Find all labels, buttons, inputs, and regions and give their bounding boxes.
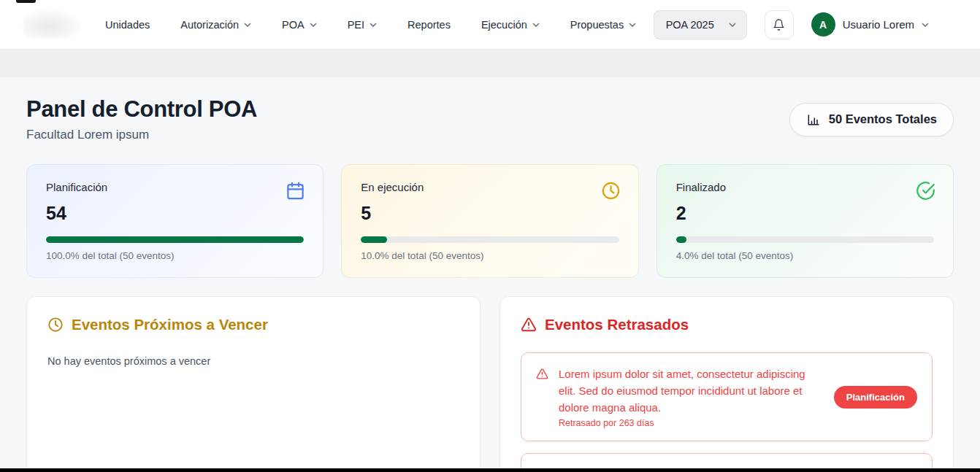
status-badge[interactable]: Planificación bbox=[834, 386, 917, 409]
chevron-down-icon bbox=[532, 23, 540, 27]
top-nav-bar: Unidades Autorización POA PEI Reportes E… bbox=[0, 0, 980, 50]
chevron-down-icon bbox=[310, 23, 317, 27]
stat-label: En ejecución bbox=[361, 181, 619, 193]
delayed-events-panel: Eventos Retrasados Lorem ipsum dolor sit… bbox=[499, 296, 954, 472]
progress-bar bbox=[361, 236, 619, 243]
nav-item-unidades[interactable]: Unidades bbox=[105, 19, 150, 31]
page-title-block: Panel de Control POA Facultad Lorem ipsu… bbox=[26, 96, 257, 142]
clock-icon bbox=[601, 181, 621, 201]
chevron-down-icon bbox=[244, 23, 251, 27]
upcoming-events-panel: Eventos Próximos a Vencer No hay eventos… bbox=[26, 296, 481, 472]
stat-card-finalizado: Finalizado 2 4.0% del total (50 eventos) bbox=[656, 164, 954, 278]
main-content: Panel de Control POA Facultad Lorem ipsu… bbox=[0, 77, 980, 472]
nav-item-autorizacion[interactable]: Autorización bbox=[180, 19, 251, 31]
clock-icon bbox=[47, 317, 64, 333]
calendar-icon bbox=[286, 181, 305, 201]
user-name: Usuario Lorem bbox=[843, 18, 914, 31]
progress-fill bbox=[46, 236, 304, 243]
nav-item-pei[interactable]: PEI bbox=[348, 19, 377, 31]
delayed-event-item[interactable]: Lorem ipsum dolor sit amet, consectetur … bbox=[521, 352, 933, 441]
nav-item-poa[interactable]: POA bbox=[282, 19, 317, 31]
page-subtitle: Facultad Lorem ipsum bbox=[26, 128, 257, 142]
delayed-event-description: Lorem ipsum dolor sit amet, consectetur … bbox=[559, 365, 824, 416]
progress-fill bbox=[361, 236, 386, 243]
poa-year-value: POA 2025 bbox=[666, 19, 714, 31]
stat-caption: 10.0% del total (50 eventos) bbox=[361, 250, 619, 261]
browser-notch bbox=[16, 0, 36, 3]
panels-row: Eventos Próximos a Vencer No hay eventos… bbox=[20, 296, 960, 472]
upcoming-events-title: Eventos Próximos a Vencer bbox=[47, 316, 459, 333]
notifications-button[interactable] bbox=[765, 10, 794, 39]
warning-triangle-icon bbox=[521, 317, 537, 333]
warning-triangle-icon bbox=[536, 368, 548, 383]
nav-item-reportes[interactable]: Reportes bbox=[407, 19, 451, 31]
avatar: A bbox=[811, 12, 835, 36]
stat-caption: 100.0% del total (50 eventos) bbox=[46, 250, 304, 261]
page-header: Panel de Control POA Facultad Lorem ipsu… bbox=[20, 96, 960, 142]
nav-item-propuestas[interactable]: Propuestas bbox=[570, 19, 636, 31]
screen-bottom-edge bbox=[0, 468, 980, 472]
stat-label: Planificación bbox=[46, 181, 304, 193]
total-events-button[interactable]: 50 Eventos Totales bbox=[789, 103, 954, 136]
stats-row: Planificación 54 100.0% del total (50 ev… bbox=[20, 164, 960, 278]
nav-item-ejecucion[interactable]: Ejecución bbox=[481, 19, 540, 31]
stat-value: 5 bbox=[361, 203, 619, 224]
delayed-event-delay: Retrasado por 263 días bbox=[559, 418, 824, 428]
stat-caption: 4.0% del total (50 eventos) bbox=[676, 250, 934, 261]
sub-header-band bbox=[0, 50, 980, 77]
page-title: Panel de Control POA bbox=[26, 96, 257, 123]
stat-card-en-ejecucion: En ejecución 5 10.0% del total (50 event… bbox=[341, 164, 638, 278]
poa-year-select[interactable]: POA 2025 bbox=[654, 10, 747, 39]
check-circle-icon bbox=[916, 181, 935, 201]
stat-value: 54 bbox=[46, 203, 304, 224]
bell-icon bbox=[773, 18, 785, 31]
delayed-events-title: Eventos Retrasados bbox=[521, 316, 933, 333]
chevron-down-icon bbox=[729, 23, 736, 27]
bar-chart-icon bbox=[806, 112, 821, 127]
progress-fill bbox=[676, 236, 686, 243]
delayed-events-list: Lorem ipsum dolor sit amet, consectetur … bbox=[521, 352, 933, 472]
header-right-group: POA 2025 A Usuario Lorem bbox=[654, 10, 957, 39]
stat-label: Finalizado bbox=[676, 181, 934, 193]
progress-bar bbox=[676, 236, 934, 243]
chevron-down-icon bbox=[370, 23, 377, 27]
progress-bar bbox=[46, 236, 304, 243]
main-nav: Unidades Autorización POA PEI Reportes E… bbox=[105, 19, 636, 31]
chevron-down-icon bbox=[922, 23, 929, 27]
user-menu[interactable]: A Usuario Lorem bbox=[811, 12, 929, 36]
stat-value: 2 bbox=[676, 203, 934, 224]
chevron-down-icon bbox=[629, 23, 636, 27]
stat-card-planificacion: Planificación 54 100.0% del total (50 ev… bbox=[26, 164, 324, 278]
logo bbox=[23, 11, 80, 39]
delayed-event-body: Lorem ipsum dolor sit amet, consectetur … bbox=[559, 365, 824, 428]
upcoming-empty-message: No hay eventos próximos a vencer bbox=[47, 355, 459, 367]
